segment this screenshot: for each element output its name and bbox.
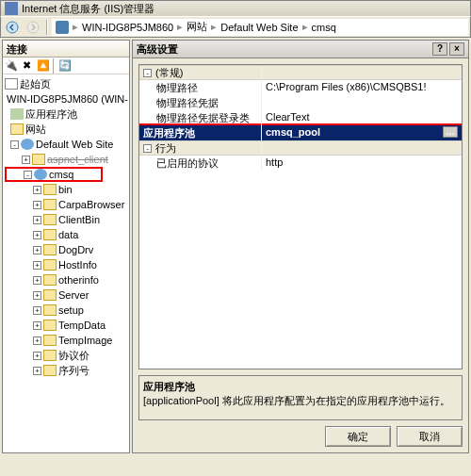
description-title: 应用程序池 [143,380,458,394]
globe-icon [21,139,34,150]
tree-item[interactable]: +协议价 [5,348,127,363]
folder-icon [43,274,57,286]
collapse-icon[interactable]: - [10,140,19,149]
collapse-icon[interactable]: - [24,171,32,179]
expand-icon[interactable]: + [33,321,41,330]
expand-icon[interactable]: + [33,291,41,300]
forward-button[interactable] [24,19,42,36]
folder-icon [43,335,57,346]
browse-button[interactable]: … [443,126,458,138]
folder-icon [43,214,57,225]
app-icon [5,2,18,15]
back-button[interactable] [3,19,22,36]
help-button[interactable]: ? [432,42,447,56]
svg-point-0 [7,22,18,33]
collapse-icon[interactable]: - [143,69,152,77]
window-title: Internet 信息服务 (IIS)管理器 [22,2,154,16]
tree-aspnet-client[interactable]: +aspnet_client [5,152,127,167]
property-row[interactable]: 物理路径凭据登录类型ClearText [139,110,462,125]
folder-icon [43,320,57,331]
collapse-icon[interactable]: - [143,144,152,153]
category-behavior[interactable]: -行为 [139,140,462,156]
expand-icon[interactable]: + [33,261,41,270]
up-icon[interactable]: 🔼 [35,58,51,74]
chevron-right-icon: ▸ [177,21,183,33]
category-general[interactable]: -(常规) [139,65,462,80]
tree-item[interactable]: +Server [5,287,127,303]
description-text: [applicationPool] 将此应用程序配置为在指定的应用程序池中运行。 [143,394,458,408]
window-titlebar: Internet 信息服务 (IIS)管理器 [0,0,471,17]
property-row[interactable]: 物理路径C:\Program Files (x86)\CMSQBS1! [139,80,462,95]
folder-icon [43,259,57,271]
refresh-icon[interactable]: 🔄 [57,58,73,74]
expand-icon[interactable]: + [33,186,41,194]
folder-icon [43,365,57,376]
expand-icon[interactable]: + [33,336,41,345]
folder-icon [43,289,57,301]
property-grid[interactable]: -(常规) 物理路径C:\Program Files (x86)\CMSQBS1… [138,64,463,369]
crumb-default-site[interactable]: Default Web Site [220,22,298,33]
nav-toolbar: ▸ WIN-IDG8P5JM860 ▸ 网站 ▸ Default Web Sit… [0,17,471,38]
folder-icon [43,304,57,316]
app-icon [34,169,47,180]
tree-sites[interactable]: 网站 [5,122,127,137]
tree-app-pools[interactable]: 应用程序池 [5,107,127,122]
dialog-body: -(常规) 物理路径C:\Program Files (x86)\CMSQBS1… [132,58,469,453]
expand-icon[interactable]: + [33,246,41,254]
tree-item[interactable]: +otherinfo [5,272,127,287]
connect-icon[interactable]: 🔌 [3,58,19,74]
ok-button[interactable]: 确定 [325,426,391,447]
expand-icon[interactable]: + [33,306,41,315]
tree-item[interactable]: +bin [5,182,127,197]
folder-icon [43,244,57,255]
tree-item[interactable]: +序列号 [5,363,127,378]
connections-toolbar: 🔌 ✖ 🔼 🔄 [3,57,129,74]
property-row[interactable]: 已启用的协议http [139,156,462,171]
expand-icon[interactable]: + [33,276,41,285]
expand-icon[interactable]: + [33,367,41,375]
crumb-app[interactable]: cmsq [312,22,336,33]
expand-icon[interactable]: + [22,156,30,164]
dialog-title: 高级设置 [137,42,178,57]
close-button[interactable]: × [449,42,464,56]
dialog-titlebar: 高级设置 ? × [132,40,469,58]
tree-item[interactable]: +ClientBin [5,212,127,227]
tree-item[interactable]: +TempData [5,318,127,333]
crumb-server[interactable]: WIN-IDG8P5JM860 [82,22,173,33]
tree-item[interactable]: +data [5,227,127,242]
folder-icon [43,199,57,210]
expand-icon[interactable]: + [33,216,41,224]
property-row[interactable]: 物理路径凭据 [139,95,462,110]
chevron-right-icon: ▸ [211,21,217,33]
prop-application-pool[interactable]: 应用程序池 cmsq_pool… [139,125,462,140]
expand-icon[interactable]: + [33,231,41,239]
tree-item[interactable]: +setup [5,303,127,318]
cancel-button[interactable]: 取消 [397,426,463,447]
crumb-sites[interactable]: 网站 [187,20,207,34]
folder-icon [10,123,24,135]
chevron-right-icon: ▸ [73,21,78,33]
breadcrumb: ▸ WIN-IDG8P5JM860 ▸ 网站 ▸ Default Web Sit… [52,19,468,36]
tree-item[interactable]: +DogDrv [5,242,127,257]
connections-tree[interactable]: 起始页 WIN-IDG8P5JM860 (WIN-IDG8P 应用程序池 网站 … [3,74,129,452]
folder-icon [43,184,57,195]
expand-icon[interactable]: + [33,201,41,209]
description-pane: 应用程序池 [applicationPool] 将此应用程序配置为在指定的应用程… [138,375,463,420]
tree-default-site[interactable]: -Default Web Site [5,137,127,152]
tree-server[interactable]: WIN-IDG8P5JM860 (WIN-IDG8P [5,91,127,107]
connections-panel: 连接 🔌 ✖ 🔼 🔄 起始页 WIN-IDG8P5JM860 (WIN-IDG8… [2,40,130,453]
tree-item[interactable]: +HostInfo [5,257,127,272]
remove-icon[interactable]: ✖ [19,58,35,74]
folder-icon [32,154,45,165]
tree-item[interactable]: +CarpaBrowser [5,197,127,212]
svg-point-1 [27,22,39,33]
tree-item[interactable]: +TempImage [5,333,127,348]
tree-start-page[interactable]: 起始页 [5,76,127,91]
expand-icon[interactable]: + [33,352,41,360]
folder-icon [43,350,57,361]
page-icon [5,78,18,90]
tree-cmsq[interactable]: -cmsq [5,167,103,182]
chevron-right-icon: ▸ [302,21,308,33]
apppool-icon [10,108,24,120]
connections-header: 连接 [3,41,129,57]
